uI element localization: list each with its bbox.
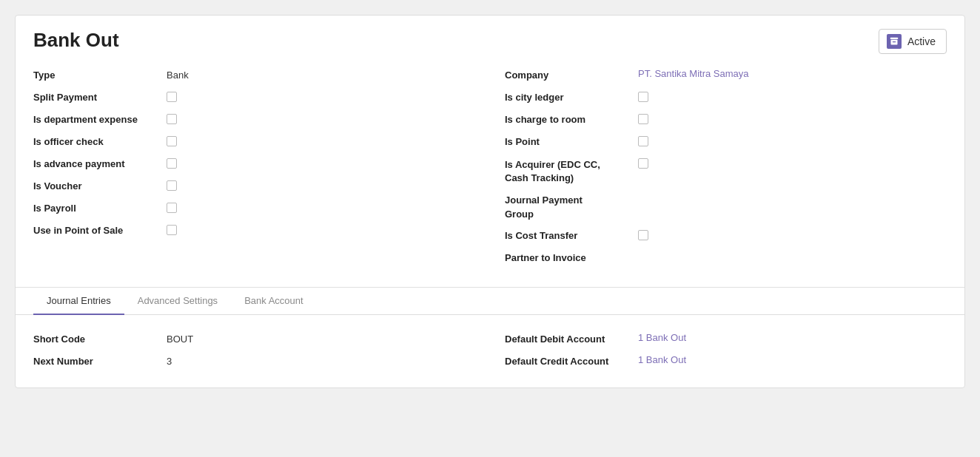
advance-payment-checkbox-wrap[interactable] <box>167 157 177 169</box>
charge-to-room-checkbox-wrap[interactable] <box>638 112 648 124</box>
active-badge[interactable]: Active <box>879 29 947 54</box>
point-of-sale-label: Use in Point of Sale <box>33 223 167 236</box>
split-payment-checkbox[interactable] <box>167 92 177 102</box>
type-value: Bank <box>167 68 189 81</box>
type-row: Type Bank <box>33 64 475 87</box>
cost-transfer-checkbox-wrap[interactable] <box>638 228 648 240</box>
archive-icon <box>887 34 902 49</box>
charge-to-room-checkbox[interactable] <box>638 114 648 124</box>
next-number-row: Next Number 3 <box>33 351 475 373</box>
payroll-label: Is Payroll <box>33 201 167 214</box>
next-number-label: Next Number <box>33 354 167 367</box>
voucher-checkbox[interactable] <box>167 180 177 191</box>
left-form-col: Type Bank Split Payment Is department ex… <box>33 64 475 269</box>
company-label: Company <box>505 68 638 81</box>
company-row: Company PT. Santika Mitra Samaya <box>505 64 947 87</box>
card-header: Bank Out Active <box>16 16 964 64</box>
default-credit-row: Default Credit Account 1 Bank Out <box>505 351 947 373</box>
acquirer-checkbox[interactable] <box>638 158 648 169</box>
default-debit-label: Default Debit Account <box>505 332 638 345</box>
city-ledger-checkbox-wrap[interactable] <box>638 90 648 102</box>
short-code-row: Short Code BOUT <box>33 328 475 351</box>
is-point-label: Is Point <box>505 135 638 147</box>
split-payment-label: Split Payment <box>33 90 167 103</box>
dept-expense-checkbox[interactable] <box>167 114 177 124</box>
cost-transfer-label: Is Cost Transfer <box>505 228 638 241</box>
tab-content: Short Code BOUT Next Number 3 Default De… <box>16 315 964 387</box>
tab-journal-entries[interactable]: Journal Entries <box>33 288 124 315</box>
default-credit-label: Default Credit Account <box>505 354 638 367</box>
payroll-checkbox-wrap[interactable] <box>167 201 177 213</box>
right-form-col: Company PT. Santika Mitra Samaya Is city… <box>505 64 947 269</box>
is-point-checkbox[interactable] <box>638 136 648 146</box>
charge-to-room-row: Is charge to room <box>505 109 947 131</box>
split-payment-row: Split Payment <box>33 87 475 109</box>
tab-right-col: Default Debit Account 1 Bank Out Default… <box>505 328 947 373</box>
acquirer-label: Is Acquirer (EDC CC,Cash Tracking) <box>505 157 638 185</box>
officer-check-checkbox[interactable] <box>167 136 177 146</box>
acquirer-checkbox-wrap[interactable] <box>638 157 648 169</box>
point-of-sale-checkbox[interactable] <box>167 225 177 235</box>
cost-transfer-row: Is Cost Transfer <box>505 225 947 247</box>
journal-payment-label: Journal PaymentGroup <box>505 192 638 220</box>
default-debit-value[interactable]: 1 Bank Out <box>638 332 686 343</box>
svg-rect-2 <box>893 41 896 42</box>
svg-rect-0 <box>890 38 899 39</box>
main-form: Type Bank Split Payment Is department ex… <box>16 64 964 281</box>
acquirer-row: Is Acquirer (EDC CC,Cash Tracking) <box>505 153 947 189</box>
voucher-checkbox-wrap[interactable] <box>167 179 177 191</box>
officer-check-label: Is officer check <box>33 135 167 147</box>
tab-advanced-settings[interactable]: Advanced Settings <box>124 288 231 315</box>
city-ledger-row: Is city ledger <box>505 87 947 109</box>
payroll-checkbox[interactable] <box>167 203 177 213</box>
page-title: Bank Out <box>33 29 119 52</box>
advance-payment-row: Is advance payment <box>33 153 475 175</box>
dept-expense-row: Is department expense <box>33 109 475 131</box>
partner-invoice-label: Partner to Invoice <box>505 251 638 263</box>
partner-invoice-row: Partner to Invoice <box>505 247 947 269</box>
cost-transfer-checkbox[interactable] <box>638 230 648 240</box>
payroll-row: Is Payroll <box>33 197 475 220</box>
journal-payment-row: Journal PaymentGroup <box>505 189 947 224</box>
advance-payment-checkbox[interactable] <box>167 158 177 169</box>
city-ledger-label: Is city ledger <box>505 90 638 103</box>
voucher-label: Is Voucher <box>33 179 167 192</box>
default-credit-value[interactable]: 1 Bank Out <box>638 354 686 365</box>
short-code-label: Short Code <box>33 332 167 345</box>
split-payment-checkbox-wrap[interactable] <box>167 90 177 102</box>
company-value[interactable]: PT. Santika Mitra Samaya <box>638 68 749 79</box>
active-label: Active <box>907 35 936 47</box>
archive-svg <box>890 37 899 46</box>
dept-expense-checkbox-wrap[interactable] <box>167 112 177 124</box>
main-card: Bank Out Active Type Bank Split Payment <box>15 15 965 388</box>
tab-left-col: Short Code BOUT Next Number 3 <box>33 328 475 373</box>
dept-expense-label: Is department expense <box>33 112 167 125</box>
default-debit-row: Default Debit Account 1 Bank Out <box>505 328 947 351</box>
tab-bank-account[interactable]: Bank Account <box>231 288 317 315</box>
voucher-row: Is Voucher <box>33 175 475 197</box>
is-point-checkbox-wrap[interactable] <box>638 135 648 146</box>
short-code-value: BOUT <box>167 332 193 345</box>
officer-check-row: Is officer check <box>33 131 475 153</box>
type-label: Type <box>33 68 167 81</box>
point-of-sale-checkbox-wrap[interactable] <box>167 223 177 235</box>
advance-payment-label: Is advance payment <box>33 157 167 169</box>
officer-check-checkbox-wrap[interactable] <box>167 135 177 146</box>
next-number-value: 3 <box>167 354 172 367</box>
is-point-row: Is Point <box>505 131 947 153</box>
charge-to-room-label: Is charge to room <box>505 112 638 125</box>
point-of-sale-row: Use in Point of Sale <box>33 220 475 242</box>
tabs-row: Journal Entries Advanced Settings Bank A… <box>16 288 964 315</box>
city-ledger-checkbox[interactable] <box>638 92 648 102</box>
